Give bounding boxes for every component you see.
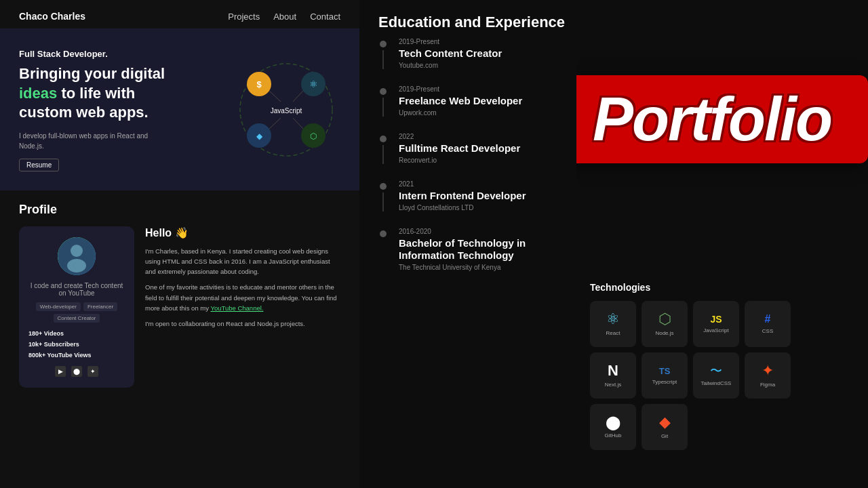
github-tech-icon: ⬤ (606, 415, 620, 429)
timeline-date-0: 2019-Present (399, 38, 563, 45)
typescript-label: Typescript (652, 379, 677, 385)
figma-label: Figma (760, 382, 775, 388)
left-panel: Chaco Charles Projects About Contact Ful… (0, 0, 359, 488)
tech-git[interactable]: ◆ Git (642, 404, 688, 450)
right-main: 2019-Present Tech Content Creator Youtub… (359, 38, 868, 488)
tailwind-icon: 〜 (710, 365, 722, 377)
tech-typescript[interactable]: TS Typescript (642, 352, 688, 399)
tech-nextjs[interactable]: N Next.js (590, 352, 636, 399)
timeline-company-1: Upwork.com (399, 109, 563, 117)
nextjs-icon: N (608, 363, 618, 378)
profile-card: I code and create Tech content on YouTub… (19, 226, 134, 388)
tag-webdev: Web-developer (36, 302, 81, 311)
hero-section: Full Stack Developer. Bringing your digi… (0, 28, 359, 190)
timeline-dot-1 (380, 88, 387, 95)
portfolio-text: Portfolio (593, 89, 831, 150)
tech-javascript[interactable]: JS JavaScript (693, 301, 739, 347)
edu-header: Education and Experience (359, 0, 868, 38)
bio-para-3: I'm open to collaborating on React and N… (145, 319, 340, 329)
youtube-icon[interactable]: ▶ (55, 366, 66, 377)
svg-text:JavaScript: JavaScript (271, 107, 302, 115)
twitter-icon[interactable]: ✦ (87, 366, 98, 377)
svg-text:⬡: ⬡ (310, 131, 317, 141)
javascript-icon: JS (710, 314, 722, 324)
timeline-body-1: 2019-Present Freelance Web Developer Upw… (399, 85, 563, 117)
tech-react[interactable]: ⚛ React (590, 301, 636, 347)
timeline-body-0: 2019-Present Tech Content Creator Youtub… (399, 38, 563, 69)
dot-col-1 (378, 85, 388, 117)
bio-para-2: One of my favorite activities is to educ… (145, 282, 340, 313)
timeline-dot-4 (380, 230, 387, 237)
timeline-company-4: The Technical University of Kenya (399, 264, 563, 271)
svg-point-16 (67, 259, 86, 272)
timeline-item-2: 2022 Fulltime React Developer Reconvert.… (378, 133, 563, 164)
github-label: GitHub (605, 432, 622, 439)
profile-section: Profile I code and create Tech content o… (0, 190, 359, 488)
svg-line-12 (269, 118, 281, 129)
tech-css[interactable]: # CSS (745, 301, 791, 347)
profile-tagline: I code and create Tech content on YouTub… (28, 282, 125, 297)
tech-circle-graphic: JavaScript $ ⚛ ◆ ⬡ (232, 56, 340, 164)
tech-tailwind[interactable]: 〜 TailwindCSS (693, 352, 739, 399)
hero-accent: ideas (19, 85, 57, 102)
nav-about[interactable]: About (273, 12, 296, 22)
react-label: React (606, 330, 620, 336)
timeline-company-2: Reconvert.io (399, 157, 563, 164)
tech-grid: ⚛ React ⬡ Node.js JS JavaScript # CSS (590, 301, 848, 450)
tag-creator: Content Creator (54, 314, 100, 323)
nodejs-icon: ⬡ (658, 312, 671, 327)
navbar-links: Projects About Contact (228, 12, 340, 22)
timeline-item-0: 2019-Present Tech Content Creator Youtub… (378, 38, 563, 69)
stat-videos: 180+ Videos (28, 330, 64, 337)
nav-projects[interactable]: Projects (228, 12, 260, 22)
timeline-company-3: Lloyd Constellations LTD (399, 204, 563, 211)
dot-col-3 (378, 180, 388, 211)
youtube-channel-link[interactable]: YouTube Channel. (210, 304, 263, 312)
git-icon: ◆ (659, 415, 671, 430)
profile-tags: Web-developer Freelancer Content Creator (28, 302, 125, 323)
svg-point-15 (71, 245, 83, 257)
tech-section: Technologies ⚛ React ⬡ Node.js JS JavaSc… (583, 282, 854, 450)
timeline-company-0: Youtube.com (399, 62, 563, 69)
brand-logo[interactable]: Chaco Charles (19, 11, 85, 22)
bio-para-1: I'm Charles, based in Kenya. I started c… (145, 246, 340, 277)
github-icon[interactable]: ⬤ (71, 366, 82, 377)
hero-description: I develop full-blown web apps in React a… (19, 131, 168, 151)
tech-heading: Technologies (590, 282, 848, 293)
tech-figma[interactable]: ✦ Figma (745, 352, 791, 399)
profile-content: I code and create Tech content on YouTub… (19, 226, 340, 388)
dot-col-4 (378, 228, 388, 271)
navbar: Chaco Charles Projects About Contact (0, 0, 359, 28)
right-side: Portfolio (576, 38, 868, 488)
hero-line3: to life with (57, 85, 135, 102)
tech-github[interactable]: ⬤ GitHub (590, 404, 636, 450)
tech-nodejs[interactable]: ⬡ Node.js (642, 301, 688, 347)
timeline-line-2 (382, 145, 384, 164)
timeline-dot-0 (380, 41, 387, 47)
svg-line-10 (269, 91, 281, 102)
javascript-label: JavaScript (703, 327, 728, 333)
hero-small-title: Full Stack Developer. (19, 49, 168, 59)
hero-line4: custom web apps. (19, 104, 149, 121)
social-icons: ▶ ⬤ ✦ (28, 366, 125, 377)
resume-button[interactable]: Resume (19, 159, 59, 171)
timeline-role-1: Freelance Web Developer (399, 95, 563, 107)
svg-text:◆: ◆ (256, 131, 263, 141)
react-icon: ⚛ (606, 312, 620, 327)
timeline-section: 2019-Present Tech Content Creator Youtub… (359, 38, 576, 488)
profile-stats: 180+ Videos 10k+ Subscribers 800k+ YouTu… (28, 328, 125, 361)
timeline-line-0 (382, 50, 384, 69)
nav-contact[interactable]: Contact (310, 12, 340, 22)
right-panel: Education and Experience 2019-Present Te… (359, 0, 868, 488)
hero-line1: Bringing your digital (19, 65, 165, 82)
timeline-role-2: Fulltime React Developer (399, 142, 563, 155)
timeline-role-4: Bachelor of Technology in Information Te… (399, 237, 563, 262)
timeline-body-3: 2021 Intern Frontend Developer Lloyd Con… (399, 180, 563, 211)
hero-big-title: Bringing your digital ideas to life with… (19, 64, 168, 123)
portfolio-watermark: Portfolio (576, 75, 868, 163)
typescript-icon: TS (659, 367, 671, 375)
tag-freelancer: Freelancer (83, 302, 117, 311)
timeline-item-3: 2021 Intern Frontend Developer Lloyd Con… (378, 180, 563, 211)
timeline-role-3: Intern Frontend Developer (399, 190, 563, 202)
figma-icon: ✦ (762, 363, 774, 378)
